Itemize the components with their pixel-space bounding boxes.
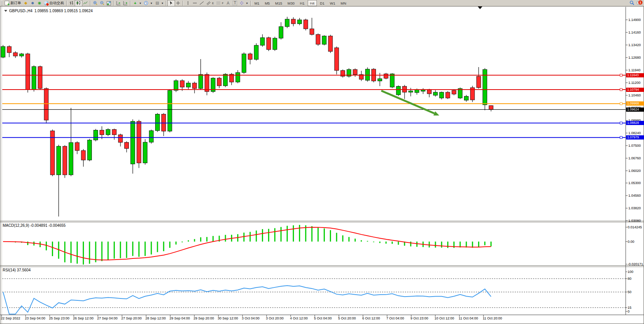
bull-candle	[149, 131, 153, 142]
bull-candle	[69, 143, 73, 175]
time-tick-label: 27 Sep 20:00	[121, 316, 142, 320]
time-tick-label: 5 Oct 04:00	[314, 316, 332, 320]
price-tick-label: 1.13420	[628, 43, 641, 47]
line-handle	[620, 122, 622, 124]
bull-candle	[396, 86, 400, 95]
bear-candle	[125, 143, 129, 149]
bear-candle	[118, 135, 122, 142]
mt4-application: 新订单 ◆ ☻ ◉ 自动交易	[0, 0, 644, 324]
price-line-label: 1.08828	[626, 121, 644, 125]
price-line-label: 1.07979	[626, 135, 644, 140]
bear-candle	[193, 83, 197, 88]
price-tick-label: 1.11200	[628, 81, 641, 85]
bear-candle	[477, 76, 481, 88]
bear-candle	[304, 20, 308, 29]
bull-candle	[242, 54, 246, 72]
price-tick-label: 1.03820	[628, 206, 641, 210]
rsi-axis-label: 0	[628, 310, 630, 313]
bear-candle	[384, 74, 388, 79]
time-tick-label: 11 Oct 04:00	[459, 316, 478, 320]
time-tick-label: 3 Oct 04:00	[242, 316, 260, 320]
price-line-label: 1.10794	[626, 88, 644, 92]
price-line-label: 1.09968	[626, 101, 644, 106]
time-tick-label: 23 Sep 04:00	[25, 316, 45, 320]
bull-candle	[464, 96, 469, 100]
bull-candle	[236, 72, 240, 82]
bull-candle	[106, 130, 110, 135]
rsi-axis-label: 15	[628, 306, 631, 310]
bull-candle	[434, 92, 438, 95]
rsi-axis-label: 100	[628, 270, 633, 274]
rsi-axis-label: 50	[628, 290, 631, 294]
time-tick-label: 29 Sep 04:00	[169, 316, 190, 320]
bear-candle	[310, 29, 314, 35]
rsi-line	[3, 286, 491, 314]
trend-arrow[interactable]	[381, 91, 434, 114]
price-tick-label: 1.05300	[628, 181, 641, 185]
price-tick-label: 1.12680	[628, 56, 641, 59]
time-tick-label: 28 Sep 12:00	[145, 316, 166, 320]
macd-axis-label: -0.020171	[628, 262, 643, 266]
time-tick-label: 9 Oct 23:00	[410, 316, 428, 320]
price-line-label: 1.11643	[626, 73, 644, 77]
time-tick-label: 26 Sep 12:00	[73, 316, 94, 320]
bull-candle	[409, 91, 413, 92]
bull-candle	[421, 90, 425, 91]
bear-candle	[13, 53, 18, 56]
bear-candle	[248, 54, 252, 59]
time-tick-label: 4 Oct 12:00	[290, 316, 308, 320]
bear-candle	[63, 146, 67, 175]
time-tick-label: 22 Sep 2022	[1, 316, 20, 320]
bull-candle	[365, 69, 369, 80]
bull-candle	[254, 45, 259, 59]
bear-candle	[427, 90, 431, 94]
bull-candle	[174, 81, 178, 90]
price-tick-label: 1.04560	[628, 194, 641, 197]
bear-candle	[267, 38, 271, 50]
bull-candle	[186, 83, 191, 87]
bear-candle	[353, 69, 357, 74]
time-tick-label: 11 Oct 20:00	[483, 316, 502, 320]
chart-plot-area[interactable]	[0, 0, 644, 324]
time-tick-label: 29 Sep 20:00	[194, 316, 214, 320]
bear-candle	[205, 74, 209, 91]
macd-signal-line	[3, 227, 491, 260]
bear-candle	[180, 81, 184, 87]
bull-candle	[440, 92, 444, 98]
bull-candle	[94, 130, 98, 140]
bull-candle	[378, 79, 382, 81]
time-tick-label: 25 Sep 23:00	[49, 316, 69, 320]
price-tick-label: 1.07500	[628, 144, 641, 148]
rsi-axis-label: 80	[628, 277, 631, 281]
bull-candle	[223, 74, 228, 86]
bull-candle	[199, 74, 203, 88]
time-tick-label: 5 Oct 20:00	[338, 316, 356, 320]
bull-candle	[273, 38, 277, 50]
bear-candle	[452, 90, 456, 94]
bull-candle	[143, 142, 147, 163]
macd-axis-label: 0.00	[628, 240, 634, 244]
bull-candle	[322, 36, 326, 44]
bear-candle	[334, 48, 339, 71]
bear-candle	[316, 34, 320, 44]
price-tick-label: 1.08240	[628, 131, 641, 135]
bear-candle	[291, 19, 296, 24]
bull-candle	[56, 146, 61, 175]
bull-candle	[483, 69, 487, 105]
price-tick-label: 1.14900	[628, 18, 641, 22]
bear-candle	[26, 54, 30, 90]
time-tick-label: 27 Sep 04:00	[97, 316, 118, 320]
bear-candle	[112, 130, 116, 135]
bear-candle	[75, 143, 79, 151]
bear-candle	[489, 106, 493, 109]
time-tick-label: 7 Oct 04:00	[386, 316, 404, 320]
line-handle	[620, 74, 622, 76]
bear-candle	[137, 121, 141, 163]
bear-candle	[81, 151, 85, 160]
line-handle	[620, 103, 622, 105]
bear-candle	[446, 92, 450, 98]
macd-axis-label: 0.014245	[628, 225, 642, 229]
bull-candle	[156, 114, 160, 131]
bear-candle	[100, 130, 104, 135]
bull-candle	[131, 121, 135, 164]
